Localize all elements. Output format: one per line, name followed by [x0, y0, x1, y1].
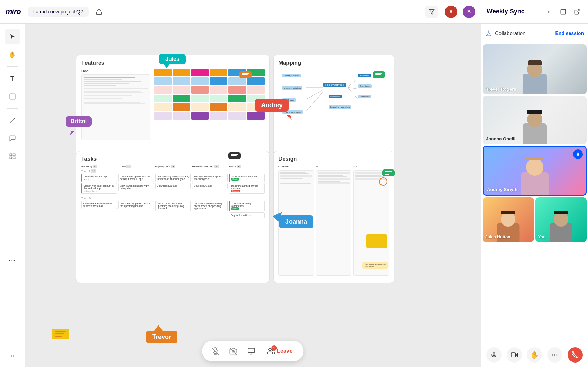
participant-card-audrey: Audrey Smyth [483, 146, 587, 196]
share-icon [247, 347, 255, 355]
text-tool[interactable]: T [5, 71, 20, 86]
end-call-icon [572, 351, 579, 358]
participant-card-you: You [535, 197, 587, 242]
canvas-area[interactable]: Features Doc [25, 24, 481, 367]
comment-tool[interactable] [5, 131, 20, 146]
camera-icon [511, 351, 518, 358]
svg-point-40 [552, 354, 553, 355]
mic-mute-button[interactable] [208, 343, 223, 359]
mic-control[interactable] [486, 347, 502, 363]
svg-point-27 [488, 30, 489, 31]
text-icon: T [10, 75, 14, 82]
dropdown-arrow-icon: ▼ [546, 9, 551, 14]
features-section: Features Doc [76, 55, 270, 157]
cursor-joanna: Joanna [279, 215, 313, 228]
right-panel: Weekly Sync ▼ [481, 0, 588, 367]
more-icon: ··· [9, 257, 16, 264]
mapping-title: Mapping [278, 60, 389, 66]
svg-line-11 [348, 87, 358, 89]
svg-point-29 [490, 35, 491, 36]
sticky-tool[interactable] [5, 89, 20, 104]
svg-rect-5 [10, 157, 12, 159]
external-link-icon [574, 9, 580, 15]
raise-hand-control[interactable]: ✋ [527, 347, 542, 363]
bottom-video-row: Jules Hutton You [483, 197, 587, 242]
cursor-jules: Jules [159, 54, 186, 68]
toolbar-divider-1 [7, 66, 18, 67]
svg-line-10 [348, 79, 358, 87]
frame-tool[interactable] [5, 149, 20, 164]
miro-logo: miro [6, 7, 21, 16]
chat-bubble-tasks-right [382, 169, 395, 176]
chat-bubble-mapping [373, 71, 385, 78]
mic-icon [490, 351, 497, 358]
participant-name-audrey: Audrey Smyth [487, 187, 517, 192]
svg-line-9 [306, 91, 323, 111]
camera-control[interactable] [507, 347, 522, 363]
raise-hand-icon: ✋ [530, 351, 539, 359]
panel-header: Weekly Sync ▼ [481, 0, 588, 24]
project-title-chip[interactable]: Launch new project Q2 [28, 7, 89, 17]
panel-title: Weekly Sync [487, 8, 544, 15]
svg-rect-35 [493, 352, 495, 356]
participant-card-trever: Trever Rogers [483, 44, 587, 94]
frame-icon [560, 9, 566, 15]
header: miro Launch new project Q2 A B [0, 0, 481, 24]
participant-name-you: You [538, 235, 546, 239]
svg-rect-6 [13, 157, 15, 159]
doc-label: Doc [81, 69, 150, 73]
left-toolbar: ✋ T [0, 24, 25, 367]
leave-label: Leave [277, 348, 292, 354]
frame-icon [9, 153, 16, 160]
mic-off-icon [211, 347, 219, 355]
hand-icon: ✋ [9, 51, 16, 58]
svg-line-8 [306, 90, 323, 99]
call-controls: ✋ [481, 342, 588, 367]
svg-rect-21 [248, 348, 254, 353]
external-link-button[interactable] [571, 6, 582, 17]
video-participant-grid: Trever Rogers Joanna Oneill [481, 43, 588, 342]
end-call-control[interactable] [568, 347, 583, 363]
svg-marker-0 [429, 9, 434, 14]
cursor-tool[interactable] [5, 29, 20, 44]
more-tools[interactable]: ··· [5, 253, 20, 268]
leave-button[interactable]: 1 Leave [261, 345, 298, 358]
participant-card-joanna: Joanna Oneill [483, 96, 587, 144]
svg-marker-14 [283, 111, 292, 120]
mindmap-node-7: Professors [358, 95, 371, 98]
mindmap-node-2: Inventory activities [282, 86, 302, 90]
mindmap-lines [278, 69, 389, 148]
chat-bubble-center [228, 152, 241, 159]
share-button[interactable] [244, 343, 259, 359]
microphone-active-icon [576, 152, 580, 157]
svg-marker-13 [70, 127, 79, 136]
mindmap-node-9: Launch on marketing [329, 105, 351, 109]
svg-point-41 [554, 354, 555, 355]
comment-icon [9, 135, 16, 142]
camera-off-icon [229, 347, 237, 355]
chat-bubble-features [239, 71, 252, 78]
expand-tool[interactable] [5, 350, 20, 361]
svg-line-30 [487, 31, 489, 34]
design-sticky [366, 234, 387, 248]
svg-rect-4 [13, 154, 15, 156]
collaboration-icon [485, 30, 492, 37]
end-session-button[interactable]: End session [555, 30, 584, 36]
svg-line-31 [489, 31, 490, 34]
svg-point-28 [486, 35, 487, 36]
mindmap-center: Primary activities [323, 83, 346, 87]
frame-view-button[interactable] [558, 6, 569, 17]
sticky-icon [9, 93, 16, 100]
more-options-control[interactable] [547, 347, 562, 363]
toolbar-divider-3 [7, 247, 18, 247]
svg-marker-15 [273, 212, 282, 222]
design-note: Get on banking utilitiespayments [362, 262, 388, 269]
camera-off-button[interactable] [226, 343, 241, 359]
line-tool[interactable] [5, 113, 20, 128]
filter-button[interactable] [425, 6, 438, 18]
more-icon [551, 351, 558, 358]
svg-point-42 [556, 354, 557, 355]
upload-icon [95, 8, 102, 15]
upload-button[interactable] [93, 6, 105, 18]
hand-tool[interactable]: ✋ [5, 47, 20, 62]
